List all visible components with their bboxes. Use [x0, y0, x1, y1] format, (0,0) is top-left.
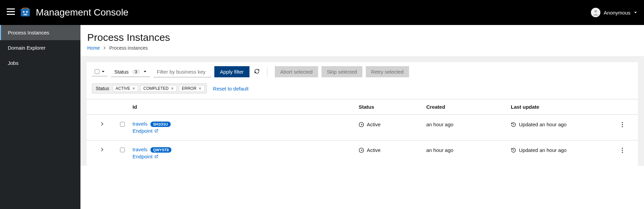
col-header-id: Id: [133, 104, 359, 110]
status-filter-dropdown[interactable]: Status 3: [111, 67, 150, 77]
cell-updated: Updated an hour ago: [511, 147, 612, 153]
filter-chip: ACTIVE ✕: [113, 85, 138, 92]
business-key-input[interactable]: [153, 67, 211, 77]
svg-point-7: [594, 10, 597, 12]
main-content: Process Instances Home Process instances…: [80, 25, 644, 166]
breadcrumb-current: Process instances: [109, 45, 148, 51]
row-checkbox[interactable]: [120, 122, 125, 127]
svg-point-4: [23, 11, 25, 13]
sidebar-item-process-instances[interactable]: Process Instances: [0, 25, 80, 40]
refresh-button[interactable]: [254, 69, 260, 75]
row-actions-button[interactable]: [612, 147, 633, 153]
cell-id: travels SH1O1U Endpoint: [133, 121, 359, 134]
svg-point-5: [26, 11, 28, 13]
svg-point-15: [622, 152, 623, 153]
user-menu[interactable]: Anonymous: [591, 8, 637, 17]
row-checkbox[interactable]: [120, 148, 125, 152]
abort-selected-button[interactable]: Abort selected: [275, 66, 318, 77]
cell-id: travels QWYST8 Endpoint: [133, 147, 359, 160]
process-name-link[interactable]: travels: [133, 121, 147, 127]
updated-text: Updated an hour ago: [519, 147, 567, 153]
status-filter-count: 3: [132, 69, 140, 74]
table-row: travels SH1O1U Endpoint: [87, 114, 638, 140]
panel: Status 3 Apply filter: [87, 62, 638, 166]
history-icon: [511, 148, 516, 153]
endpoint-link[interactable]: Endpoint: [133, 154, 159, 159]
endpoint-link[interactable]: Endpoint: [133, 128, 159, 134]
app-logo-icon: [20, 7, 30, 18]
svg-rect-2: [7, 14, 15, 15]
bulk-select-dropdown[interactable]: [92, 67, 108, 76]
col-header-status: Status: [359, 104, 426, 110]
avatar-icon: [591, 8, 600, 17]
svg-point-11: [622, 126, 623, 127]
cell-updated: Updated an hour ago: [511, 121, 612, 127]
username: Anonymous: [604, 10, 630, 16]
cell-status: Active: [359, 121, 426, 127]
expand-row-button[interactable]: [92, 147, 112, 152]
kebab-icon: [622, 148, 623, 153]
breadcrumb-home-link[interactable]: Home: [87, 45, 100, 51]
filter-chips-row: Status ACTIVE ✕ COMPLETED ✕ ERROR ✕: [92, 81, 633, 99]
row-actions-button[interactable]: [612, 121, 633, 127]
table-row: travels QWYST8 Endpoint: [87, 140, 638, 166]
breadcrumb: Home Process instances: [87, 45, 637, 51]
apply-filter-button[interactable]: Apply filter: [214, 66, 249, 77]
chip-remove-button[interactable]: ✕: [171, 86, 174, 91]
svg-point-10: [622, 124, 623, 125]
chevron-right-icon: [103, 45, 106, 51]
history-icon: [511, 122, 516, 127]
sidebar-item-domain-explorer[interactable]: Domain Explorer: [0, 40, 80, 55]
expand-row-button[interactable]: [92, 121, 112, 126]
row-select[interactable]: [112, 147, 133, 152]
filter-chip: COMPLETED ✕: [140, 85, 177, 92]
cell-created: an hour ago: [426, 121, 511, 127]
active-icon: [359, 122, 364, 127]
status-chip-group: Status ACTIVE ✕ COMPLETED ✕ ERROR ✕: [92, 83, 207, 94]
cell-created: an hour ago: [426, 147, 511, 153]
hamburger-icon: [7, 8, 15, 15]
svg-rect-6: [23, 14, 27, 16]
chip-label: ERROR: [182, 86, 196, 91]
svg-point-13: [622, 148, 623, 149]
sidebar-item-label: Process Instances: [8, 30, 49, 35]
svg-rect-0: [7, 8, 15, 9]
header: Management Console Anonymous: [0, 0, 644, 25]
external-link-icon: [154, 129, 159, 133]
chip-remove-button[interactable]: ✕: [198, 86, 201, 91]
separator: [267, 67, 267, 77]
page-header: Process Instances Home Process instances: [80, 25, 644, 56]
reset-filters-link[interactable]: Reset to default: [213, 86, 248, 92]
row-select[interactable]: [112, 121, 133, 127]
svg-rect-1: [7, 11, 15, 12]
caret-down-icon: [634, 11, 637, 14]
status-text: Active: [367, 122, 381, 127]
chip-label: ACTIVE: [116, 86, 130, 91]
endpoint-label: Endpoint: [133, 128, 152, 134]
caret-down-icon: [143, 70, 147, 73]
process-id-badge: SH1O1U: [150, 122, 171, 127]
page-title: Process Instances: [87, 32, 637, 43]
svg-point-9: [622, 122, 623, 123]
active-icon: [359, 148, 364, 153]
toolbar: Status 3 Apply filter: [87, 62, 638, 99]
bulk-select-checkbox[interactable]: [95, 69, 99, 74]
process-name-link[interactable]: travels: [133, 147, 147, 152]
sidebar-item-jobs[interactable]: Jobs: [0, 55, 80, 71]
sidebar: Process Instances Domain Explorer Jobs: [0, 25, 80, 166]
chip-remove-button[interactable]: ✕: [132, 86, 135, 91]
caret-down-icon: [101, 70, 105, 73]
kebab-icon: [622, 122, 623, 127]
col-header-created: Created: [426, 104, 511, 110]
filter-chip: ERROR ✕: [179, 85, 205, 92]
status-text: Active: [367, 147, 381, 153]
menu-toggle-button[interactable]: [7, 8, 15, 17]
skip-selected-button[interactable]: Skip selected: [321, 66, 362, 77]
external-link-icon: [154, 154, 159, 159]
cell-status: Active: [359, 147, 426, 153]
header-title: Management Console: [36, 7, 128, 18]
chip-label: COMPLETED: [143, 86, 169, 91]
content-wrapper: Status 3 Apply filter: [80, 56, 644, 166]
chevron-right-icon: [100, 148, 104, 152]
retry-selected-button[interactable]: Retry selected: [366, 66, 409, 77]
